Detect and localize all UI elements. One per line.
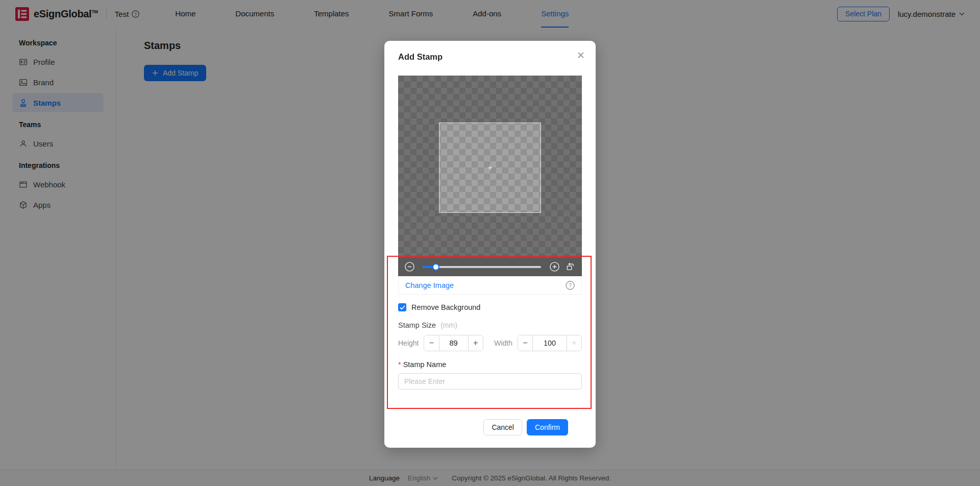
modal-footer: Cancel Confirm [398,419,582,435]
required-asterisk: * [398,360,401,369]
cancel-button[interactable]: Cancel [483,419,522,435]
image-cropper-preview[interactable]: + [398,76,582,257]
stamp-name-input[interactable] [398,373,582,390]
rotate-icon [566,262,575,272]
checkmark-icon [400,305,405,310]
size-steppers-row: Height − + Width − + [398,335,582,351]
add-stamp-modal: Add Stamp ✕ + Change Image ? [384,41,596,448]
width-stepper: − + [518,335,582,351]
modal-title: Add Stamp [398,52,443,61]
stamp-size-label: Stamp Size [398,321,436,329]
width-decrement-button[interactable]: − [518,335,533,351]
plus-circle-icon [550,262,559,272]
remove-background-label: Remove Background [411,303,480,311]
remove-background-checkbox[interactable] [398,303,406,311]
crop-crosshair: + [487,163,493,173]
width-input[interactable] [533,335,567,351]
modal-body: + Change Image ? R [384,76,596,435]
zoom-slider-thumb[interactable] [432,263,439,271]
svg-text:?: ? [569,282,572,288]
zoom-in-button[interactable] [550,262,559,272]
stamp-name-label-row: *Stamp Name [398,360,582,369]
width-label: Width [494,339,512,347]
height-label: Height [398,339,419,347]
minus-circle-icon [405,262,414,272]
height-increment-button[interactable]: + [468,335,483,351]
remove-background-row: Remove Background [398,303,582,311]
height-input[interactable] [439,335,468,351]
modal-header: Add Stamp [384,41,596,62]
change-image-row: Change Image ? [398,276,582,295]
rotate-button[interactable] [566,262,575,272]
height-decrement-button[interactable]: − [424,335,439,351]
cropper-toolbar [398,257,582,276]
stamp-size-row: Stamp Size (mm) [398,321,582,329]
zoom-slider[interactable] [423,266,541,268]
change-image-link[interactable]: Change Image [405,281,454,289]
stamp-size-unit: (mm) [440,321,457,329]
crop-box[interactable]: + [439,123,541,213]
height-stepper: − + [424,335,483,351]
help-circle-icon[interactable]: ? [566,281,575,290]
width-increment-button[interactable]: + [567,335,581,351]
zoom-out-button[interactable] [405,262,414,272]
confirm-button[interactable]: Confirm [527,419,568,435]
stamp-name-label: Stamp Name [403,360,447,369]
close-icon[interactable]: ✕ [577,51,585,60]
